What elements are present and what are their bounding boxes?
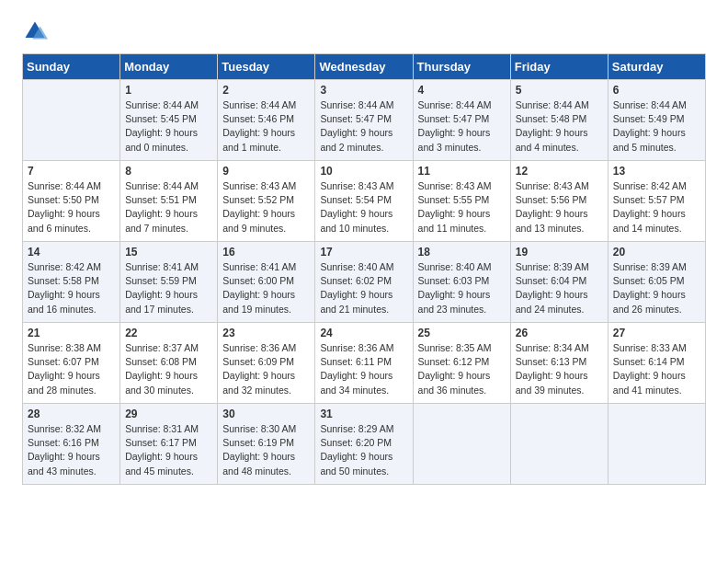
calendar-cell: 23 Sunrise: 8:36 AM Sunset: 6:09 PM Dayl… [218, 323, 315, 404]
day-info: Sunrise: 8:31 AM Sunset: 6:17 PM Dayligh… [125, 422, 212, 478]
day-info: Sunrise: 8:42 AM Sunset: 5:58 PM Dayligh… [28, 260, 115, 316]
calendar-cell: 31 Sunrise: 8:29 AM Sunset: 6:20 PM Dayl… [315, 404, 413, 485]
day-info: Sunrise: 8:43 AM Sunset: 5:54 PM Dayligh… [320, 179, 407, 236]
daylight: Daylight: 9 hours and 19 minutes. [222, 289, 295, 314]
daylight: Daylight: 9 hours and 13 minutes. [516, 208, 588, 233]
daylight: Daylight: 9 hours and 9 minutes. [222, 208, 295, 233]
sunrise: Sunrise: 8:32 AM [28, 423, 101, 434]
calendar-cell: 24 Sunrise: 8:36 AM Sunset: 6:11 PM Dayl… [315, 323, 413, 404]
sunrise: Sunrise: 8:40 AM [418, 261, 492, 272]
day-info: Sunrise: 8:43 AM Sunset: 5:55 PM Dayligh… [418, 179, 506, 236]
day-info: Sunrise: 8:34 AM Sunset: 6:13 PM Dayligh… [516, 341, 603, 397]
calendar-cell: 9 Sunrise: 8:43 AM Sunset: 5:52 PM Dayli… [218, 161, 315, 242]
calendar-day-header: Monday [120, 54, 218, 80]
day-number: 5 [516, 84, 603, 97]
calendar-cell: 6 Sunrise: 8:44 AM Sunset: 5:49 PM Dayli… [608, 80, 705, 161]
sunrise: Sunrise: 8:42 AM [613, 180, 687, 191]
sunset: Sunset: 5:49 PM [613, 113, 685, 124]
day-number: 14 [28, 246, 115, 259]
calendar-day-header: Thursday [413, 54, 510, 80]
calendar-cell: 28 Sunrise: 8:32 AM Sunset: 6:16 PM Dayl… [23, 404, 120, 485]
day-number: 12 [516, 165, 603, 178]
calendar-cell: 13 Sunrise: 8:42 AM Sunset: 5:57 PM Dayl… [608, 161, 705, 242]
day-info: Sunrise: 8:41 AM Sunset: 5:59 PM Dayligh… [125, 260, 212, 316]
calendar-cell: 17 Sunrise: 8:40 AM Sunset: 6:02 PM Dayl… [315, 242, 413, 323]
day-number: 7 [28, 165, 115, 178]
day-info: Sunrise: 8:40 AM Sunset: 6:03 PM Dayligh… [418, 260, 506, 316]
calendar-cell: 11 Sunrise: 8:43 AM Sunset: 5:55 PM Dayl… [413, 161, 510, 242]
sunset: Sunset: 6:07 PM [28, 356, 99, 367]
sunset: Sunset: 5:59 PM [125, 275, 197, 286]
sunset: Sunset: 6:03 PM [418, 275, 490, 286]
daylight: Daylight: 9 hours and 17 minutes. [125, 289, 198, 314]
daylight: Daylight: 9 hours and 3 minutes. [418, 127, 491, 152]
calendar-cell: 29 Sunrise: 8:31 AM Sunset: 6:17 PM Dayl… [120, 404, 218, 485]
daylight: Daylight: 9 hours and 45 minutes. [125, 451, 198, 476]
daylight: Daylight: 9 hours and 11 minutes. [418, 208, 491, 233]
calendar-header-row: SundayMondayTuesdayWednesdayThursdayFrid… [23, 54, 706, 80]
sunrise: Sunrise: 8:44 AM [28, 180, 101, 191]
sunrise: Sunrise: 8:44 AM [125, 99, 199, 110]
sunset: Sunset: 6:13 PM [516, 356, 587, 367]
day-number: 28 [28, 408, 115, 420]
sunrise: Sunrise: 8:40 AM [320, 261, 393, 272]
day-number: 10 [320, 165, 407, 178]
sunset: Sunset: 6:09 PM [222, 356, 294, 367]
sunset: Sunset: 5:51 PM [125, 194, 197, 205]
daylight: Daylight: 9 hours and 4 minutes. [516, 127, 588, 152]
day-info: Sunrise: 8:38 AM Sunset: 6:07 PM Dayligh… [28, 341, 115, 397]
day-info: Sunrise: 8:37 AM Sunset: 6:08 PM Dayligh… [125, 341, 212, 397]
sunrise: Sunrise: 8:44 AM [222, 99, 296, 110]
calendar-cell: 30 Sunrise: 8:30 AM Sunset: 6:19 PM Dayl… [218, 404, 315, 485]
calendar-cell: 4 Sunrise: 8:44 AM Sunset: 5:47 PM Dayli… [413, 80, 510, 161]
sunrise: Sunrise: 8:30 AM [222, 423, 296, 434]
sunset: Sunset: 5:54 PM [320, 194, 392, 205]
day-info: Sunrise: 8:43 AM Sunset: 5:52 PM Dayligh… [222, 179, 310, 236]
daylight: Daylight: 9 hours and 48 minutes. [222, 451, 295, 476]
daylight: Daylight: 9 hours and 21 minutes. [320, 289, 392, 314]
day-info: Sunrise: 8:44 AM Sunset: 5:49 PM Dayligh… [613, 98, 700, 155]
daylight: Daylight: 9 hours and 30 minutes. [125, 370, 198, 395]
day-number: 23 [222, 327, 310, 339]
sunrise: Sunrise: 8:41 AM [125, 261, 199, 272]
sunset: Sunset: 6:16 PM [28, 437, 99, 448]
sunset: Sunset: 6:04 PM [516, 275, 587, 286]
calendar-cell: 1 Sunrise: 8:44 AM Sunset: 5:45 PM Dayli… [120, 80, 218, 161]
day-info: Sunrise: 8:44 AM Sunset: 5:46 PM Dayligh… [222, 98, 310, 155]
daylight: Daylight: 9 hours and 50 minutes. [320, 451, 392, 476]
sunset: Sunset: 5:58 PM [28, 275, 99, 286]
day-info: Sunrise: 8:35 AM Sunset: 6:12 PM Dayligh… [418, 341, 506, 397]
calendar-day-header: Sunday [23, 54, 120, 80]
day-number: 20 [613, 246, 700, 259]
day-info: Sunrise: 8:44 AM Sunset: 5:51 PM Dayligh… [125, 179, 212, 236]
day-number: 25 [418, 327, 506, 339]
calendar-cell: 5 Sunrise: 8:44 AM Sunset: 5:48 PM Dayli… [510, 80, 608, 161]
sunrise: Sunrise: 8:44 AM [125, 180, 199, 191]
sunset: Sunset: 6:20 PM [320, 437, 392, 448]
sunrise: Sunrise: 8:39 AM [613, 261, 687, 272]
calendar-day-header: Tuesday [218, 54, 315, 80]
calendar-cell: 7 Sunrise: 8:44 AM Sunset: 5:50 PM Dayli… [23, 161, 120, 242]
calendar-cell: 10 Sunrise: 8:43 AM Sunset: 5:54 PM Dayl… [315, 161, 413, 242]
sunrise: Sunrise: 8:44 AM [320, 99, 393, 110]
logo-icon [22, 18, 48, 44]
calendar-cell [23, 80, 120, 161]
sunset: Sunset: 5:50 PM [28, 194, 99, 205]
sunset: Sunset: 6:00 PM [222, 275, 294, 286]
sunset: Sunset: 5:47 PM [418, 113, 490, 124]
day-number: 21 [28, 327, 115, 339]
calendar-cell: 12 Sunrise: 8:43 AM Sunset: 5:56 PM Dayl… [510, 161, 608, 242]
day-info: Sunrise: 8:43 AM Sunset: 5:56 PM Dayligh… [516, 179, 603, 236]
calendar-week-row: 7 Sunrise: 8:44 AM Sunset: 5:50 PM Dayli… [23, 161, 706, 242]
sunrise: Sunrise: 8:36 AM [320, 342, 393, 353]
calendar-cell: 15 Sunrise: 8:41 AM Sunset: 5:59 PM Dayl… [120, 242, 218, 323]
sunrise: Sunrise: 8:44 AM [516, 99, 589, 110]
day-info: Sunrise: 8:29 AM Sunset: 6:20 PM Dayligh… [320, 422, 407, 478]
sunrise: Sunrise: 8:33 AM [613, 342, 687, 353]
sunrise: Sunrise: 8:31 AM [125, 423, 199, 434]
calendar-table: SundayMondayTuesdayWednesdayThursdayFrid… [22, 53, 706, 485]
sunrise: Sunrise: 8:44 AM [613, 99, 687, 110]
day-number: 22 [125, 327, 212, 339]
sunrise: Sunrise: 8:37 AM [125, 342, 199, 353]
day-number: 9 [222, 165, 310, 178]
